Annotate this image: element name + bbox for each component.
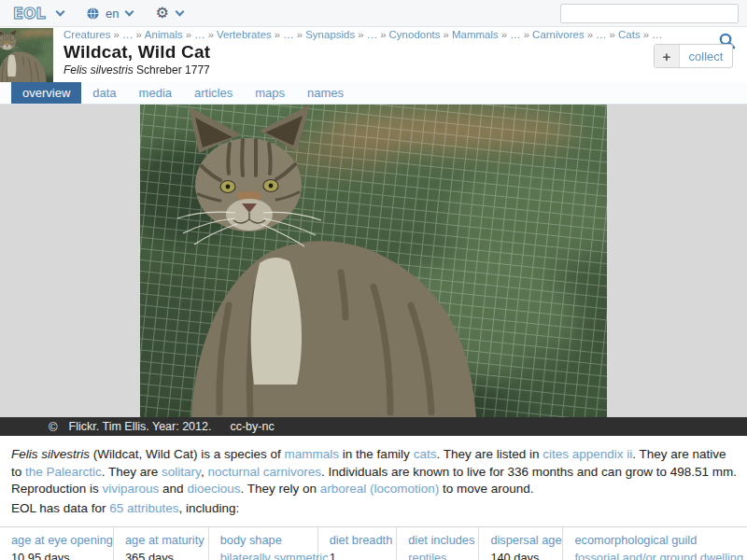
breadcrumb-link[interactable]: … [283,29,294,40]
link-viviparous[interactable]: viviparous [103,482,160,496]
tab-articles[interactable]: articles [183,82,244,104]
photo-attribution-bar: © Flickr. Tim Ellis. Year: 2012. cc-by-n… [0,417,747,436]
breadcrumb-separator: » [587,29,593,40]
traits-table: age at eye opening 10.95 days age at mat… [0,526,747,560]
chevron-down-icon[interactable] [56,7,65,16]
trait-column: diet includes reptiles [397,527,479,560]
trait-label-link[interactable]: ecomorphological guild [574,533,743,547]
breadcrumb-link[interactable]: Mammals [452,29,499,40]
summary-text: Felis silvestris [11,447,90,461]
top-navigation-bar: EOL en ⚙ [0,0,747,27]
breadcrumb-link[interactable]: Creatures [63,29,111,40]
breadcrumb-link[interactable]: … [652,29,663,40]
trait-value: 10.95 days [11,551,109,560]
page-header: Creatures»…»Animals»…»Vertebrates»…»Syna… [0,28,747,82]
breadcrumb-separator: » [114,29,120,40]
link-dioecious[interactable]: dioecious [187,482,240,496]
breadcrumb-separator: » [444,29,449,40]
hero-image-area: © Flickr. Tim Ellis. Year: 2012. cc-by-n… [0,105,747,436]
photo-credit: Flickr. Tim Ellis. Year: 2012. [69,420,212,433]
breadcrumb-separator: » [297,29,303,40]
name-authority: Schreber 1777 [136,63,210,77]
language-selector[interactable]: en [86,7,119,21]
wildcat-photo[interactable] [140,105,607,417]
breadcrumb-link[interactable]: … [194,29,205,40]
tab-media[interactable]: media [128,82,183,104]
page-title: Wildcat, Wild Cat [63,42,624,63]
trait-column: body shape bilaterally symmetric [209,527,318,560]
scientific-name: Felis silvestris Schreber 1777 [63,63,624,77]
breadcrumb-separator: » [275,29,280,40]
taxon-thumbnail-image[interactable] [0,28,53,82]
link-arboreal-locomotion[interactable]: arboreal (locomotion) [320,482,440,496]
summary-text: to move around. [439,482,533,496]
trait-column: dispersal age 140 days [479,527,563,560]
link-solitary[interactable]: solitary [162,465,201,479]
trait-label-link[interactable]: dispersal age [490,533,558,547]
trait-value: 365 days [125,551,204,560]
trait-value-link[interactable]: reptiles [408,551,474,560]
current-language-label: en [106,7,119,21]
trait-label-link[interactable]: age at eye opening [11,533,109,547]
breadcrumb-link[interactable]: Carnivores [532,29,585,40]
link-mammals[interactable]: mammals [285,447,340,461]
globe-icon [86,7,100,21]
breadcrumb-separator: » [501,29,507,40]
trait-column: diet breadth 1 [318,527,398,560]
breadcrumb-separator: » [358,29,363,40]
eol-logo[interactable]: EOL [12,3,49,23]
breadcrumb-separator: » [610,29,615,40]
link-cats[interactable]: cats [414,447,437,461]
breadcrumb-link[interactable]: Synapsids [305,29,355,40]
tab-data[interactable]: data [81,82,127,104]
plus-icon: + [655,45,680,67]
tab-maps[interactable]: maps [244,82,296,104]
link-cites-appendix[interactable]: cites appendix ii [543,447,632,461]
breadcrumb-separator: » [135,29,141,40]
breadcrumb-separator: » [186,29,191,40]
trait-label-link[interactable]: diet includes [408,533,474,547]
note-text: , including: [179,501,240,515]
chevron-down-icon[interactable] [175,7,184,16]
tab-overview[interactable]: overview [11,82,81,104]
breadcrumb-link[interactable]: Vertebrates [217,29,272,40]
breadcrumb-link[interactable]: Animals [145,29,183,40]
trait-column: age at maturity 365 days [114,527,209,560]
trait-value: 140 days [490,551,558,560]
trait-value: 1 [330,551,393,560]
breadcrumb-separator: » [524,29,529,40]
breadcrumb-link[interactable]: Cynodonts [389,29,441,40]
trait-label-link[interactable]: body shape [220,533,314,547]
collect-button[interactable]: + collect [654,44,733,68]
trait-column: ecomorphological guild fossorial and/or … [563,527,747,560]
species-summary: Felis silvestris (Wildcat, Wild Cat) is … [11,446,738,498]
trait-column: age at eye opening 10.95 days [0,527,114,560]
section-tabs: overview data media articles maps names [0,82,747,105]
trait-value-link[interactable]: bilaterally symmetric [220,551,314,560]
link-palearctic[interactable]: the Palearctic [25,465,102,479]
summary-text: . They are [102,465,162,479]
trait-label-link[interactable]: age at maturity [125,533,204,547]
scientific-name-italic: Felis silvestris [63,63,134,77]
license-link[interactable]: cc-by-nc [230,420,274,433]
site-search-input[interactable] [560,4,739,23]
trait-label-link[interactable]: diet breadth [330,533,393,547]
breadcrumb: Creatures»…»Animals»…»Vertebrates»…»Syna… [63,29,624,40]
breadcrumb-link[interactable]: … [510,29,521,40]
chevron-down-icon[interactable] [125,7,134,16]
breadcrumb-link[interactable]: … [367,29,378,40]
link-nocturnal-carnivores[interactable]: nocturnal carnivores [207,465,321,479]
gear-icon[interactable]: ⚙ [155,6,168,21]
breadcrumb-link[interactable]: … [596,29,607,40]
tab-names[interactable]: names [296,82,355,104]
trait-value-link[interactable]: fossorial and/or ground dwelling [574,551,743,560]
summary-text: . They are listed in [436,447,543,461]
summary-text: (Wildcat, Wild Cat) is a species of [90,447,285,461]
breadcrumb-separator: » [208,29,214,40]
breadcrumb-link[interactable]: Cats [618,29,641,40]
collect-button-label: collect [680,45,732,67]
summary-text: and [159,482,187,496]
eol-logo-text: EOL [13,5,46,22]
breadcrumb-link[interactable]: … [122,29,134,40]
link-attributes-count[interactable]: 65 attributes [109,501,178,515]
